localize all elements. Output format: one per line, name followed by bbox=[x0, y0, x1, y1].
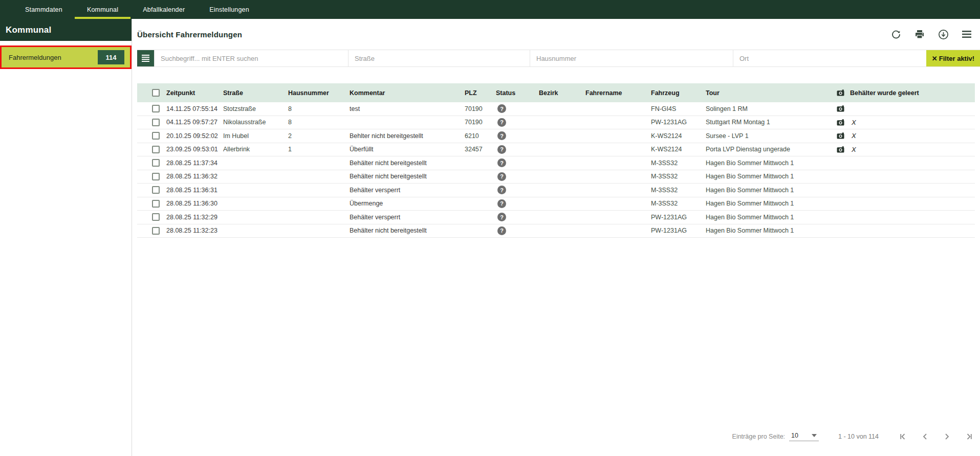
fahrzeug-link[interactable]: K-WS2124 bbox=[651, 132, 682, 140]
ort-input[interactable] bbox=[733, 55, 926, 62]
col-behaelter-geleert[interactable]: Behälter wurde geleert bbox=[837, 89, 975, 97]
photo-button[interactable] bbox=[837, 119, 845, 126]
col-fahrzeug[interactable]: Fahrzeug bbox=[651, 89, 706, 97]
tour-link[interactable]: Hagen Bio Sommer Mittwoch 1 bbox=[706, 214, 794, 221]
col-hausnummer[interactable]: Hausnummer bbox=[288, 89, 350, 97]
tour-link[interactable]: Solingen 1 RM bbox=[706, 105, 748, 112]
row-select-cell bbox=[137, 227, 166, 235]
row-checkbox[interactable] bbox=[152, 132, 160, 140]
per-page-label: Einträge pro Seite: bbox=[732, 433, 786, 440]
fahrzeug-link[interactable]: PW-1231AG bbox=[651, 119, 687, 126]
filter-active-button[interactable]: ✕ Filter aktiv! bbox=[926, 50, 980, 66]
col-status[interactable]: Status bbox=[496, 89, 539, 97]
tour-link[interactable]: Hagen Bio Sommer Mittwoch 1 bbox=[706, 227, 794, 234]
status-unknown-icon[interactable]: ? bbox=[497, 145, 506, 154]
hausnummer-link[interactable]: 1 bbox=[288, 146, 292, 153]
cell-zeitpunkt: 28.08.25 11:36:30 bbox=[166, 200, 223, 207]
row-checkbox[interactable] bbox=[152, 186, 160, 194]
strasse-link[interactable]: Stotzstraße bbox=[223, 105, 256, 112]
cell-fahrzeug: PW-1231AG bbox=[651, 214, 706, 221]
col-strasse[interactable]: Straße bbox=[223, 89, 288, 97]
col-kommentar[interactable]: Kommentar bbox=[350, 89, 465, 97]
col-fahrername[interactable]: Fahrername bbox=[585, 89, 651, 97]
select-all-checkbox[interactable] bbox=[152, 89, 160, 97]
row-checkbox[interactable] bbox=[152, 173, 160, 180]
hausnummer-link[interactable]: 2 bbox=[288, 132, 292, 140]
row-checkbox[interactable] bbox=[152, 105, 160, 112]
tour-link[interactable]: Hagen Bio Sommer Mittwoch 1 bbox=[706, 200, 794, 207]
first-page-icon[interactable] bbox=[899, 432, 908, 441]
tour-link[interactable]: Porta LVP Dienstag ungerade bbox=[706, 146, 790, 153]
refresh-icon[interactable] bbox=[890, 28, 902, 40]
fahrzeug-link[interactable]: M-3SS32 bbox=[651, 159, 678, 167]
hausnummer-link[interactable]: 8 bbox=[288, 119, 292, 126]
print-icon[interactable] bbox=[913, 28, 926, 40]
last-page-icon[interactable] bbox=[964, 432, 973, 441]
status-unknown-icon[interactable]: ? bbox=[497, 199, 506, 208]
fahrzeug-link[interactable]: PW-1231AG bbox=[651, 214, 687, 221]
tour-link[interactable]: Hagen Bio Sommer Mittwoch 1 bbox=[706, 173, 794, 180]
status-unknown-icon[interactable]: ? bbox=[497, 172, 506, 181]
tab-stammdaten[interactable]: Stammdaten bbox=[13, 0, 75, 19]
row-checkbox[interactable] bbox=[152, 159, 160, 167]
strasse-link[interactable]: Im Hubel bbox=[223, 132, 249, 140]
cell-tour: Hagen Bio Sommer Mittwoch 1 bbox=[706, 200, 837, 207]
fahrzeug-link[interactable]: PW-1231AG bbox=[651, 227, 687, 234]
col-bezirk[interactable]: Bezirk bbox=[539, 89, 585, 97]
tour-link[interactable]: Stuttgart RM Montag 1 bbox=[706, 119, 770, 126]
chevron-down-icon bbox=[812, 434, 817, 437]
next-page-icon[interactable] bbox=[942, 432, 951, 441]
hausnummer-input[interactable] bbox=[530, 55, 733, 62]
status-unknown-icon[interactable]: ? bbox=[497, 104, 506, 113]
cell-kommentar: Behälter nicht bereitgestellt bbox=[350, 159, 465, 167]
tour-link[interactable]: Hagen Bio Sommer Mittwoch 1 bbox=[706, 159, 794, 167]
status-unknown-icon[interactable]: ? bbox=[497, 186, 506, 194]
row-checkbox[interactable] bbox=[152, 200, 160, 208]
cell-tour: Hagen Bio Sommer Mittwoch 1 bbox=[706, 173, 837, 180]
plz-link[interactable]: 70190 bbox=[465, 119, 483, 126]
menu-icon[interactable] bbox=[961, 28, 973, 40]
tab-kommunal[interactable]: Kommunal bbox=[75, 0, 130, 19]
fahrzeug-link[interactable]: K-WS2124 bbox=[651, 146, 682, 153]
row-checkbox[interactable] bbox=[152, 227, 160, 235]
cell-hausnummer: 8 bbox=[288, 119, 350, 126]
plz-link[interactable]: 6210 bbox=[465, 132, 479, 140]
tab-abfallkalender[interactable]: Abfallkalender bbox=[130, 0, 197, 19]
fahrzeug-link[interactable]: M-3SS32 bbox=[651, 187, 678, 194]
previous-page-icon[interactable] bbox=[921, 432, 930, 441]
status-unknown-icon[interactable]: ? bbox=[497, 118, 506, 127]
status-unknown-icon[interactable]: ? bbox=[497, 131, 506, 140]
tour-link[interactable]: Hagen Bio Sommer Mittwoch 1 bbox=[706, 187, 794, 194]
status-unknown-icon[interactable]: ? bbox=[497, 226, 506, 235]
photo-button[interactable] bbox=[837, 132, 845, 139]
fahrzeug-link[interactable]: M-3SS32 bbox=[651, 173, 678, 180]
fahrzeug-link[interactable]: FN-GI4S bbox=[651, 105, 676, 112]
col-tour[interactable]: Tour bbox=[706, 89, 837, 97]
strasse-link[interactable]: Allerbrink bbox=[223, 146, 250, 153]
download-icon[interactable] bbox=[937, 28, 949, 40]
row-checkbox[interactable] bbox=[152, 119, 160, 126]
row-select-cell bbox=[137, 213, 166, 221]
plz-link[interactable]: 70190 bbox=[465, 105, 483, 112]
col-plz[interactable]: PLZ bbox=[465, 89, 496, 97]
status-unknown-icon[interactable]: ? bbox=[497, 213, 506, 221]
photo-button[interactable] bbox=[837, 105, 845, 112]
fahrzeug-link[interactable]: M-3SS32 bbox=[651, 200, 678, 207]
search-input[interactable] bbox=[155, 55, 348, 62]
plz-link[interactable]: 32457 bbox=[465, 146, 483, 153]
strasse-link[interactable]: Nikolausstraße bbox=[223, 119, 266, 126]
list-icon bbox=[142, 55, 149, 62]
hausnummer-field bbox=[530, 50, 733, 66]
tab-einstellungen[interactable]: Einstellungen bbox=[197, 0, 262, 19]
sidebar-item-fahrermeldungen[interactable]: Fahrermeldungen 114 bbox=[2, 47, 130, 67]
photo-button[interactable] bbox=[837, 146, 845, 153]
col-zeitpunkt[interactable]: Zeitpunkt bbox=[166, 89, 223, 97]
row-checkbox[interactable] bbox=[152, 213, 160, 221]
column-settings-button[interactable] bbox=[137, 50, 154, 66]
hausnummer-link[interactable]: 8 bbox=[288, 105, 292, 112]
row-checkbox[interactable] bbox=[152, 146, 160, 153]
per-page-select[interactable]: 10 bbox=[789, 432, 819, 441]
status-unknown-icon[interactable]: ? bbox=[497, 158, 506, 167]
strasse-input[interactable] bbox=[349, 55, 530, 62]
tour-link[interactable]: Sursee - LVP 1 bbox=[706, 132, 749, 140]
